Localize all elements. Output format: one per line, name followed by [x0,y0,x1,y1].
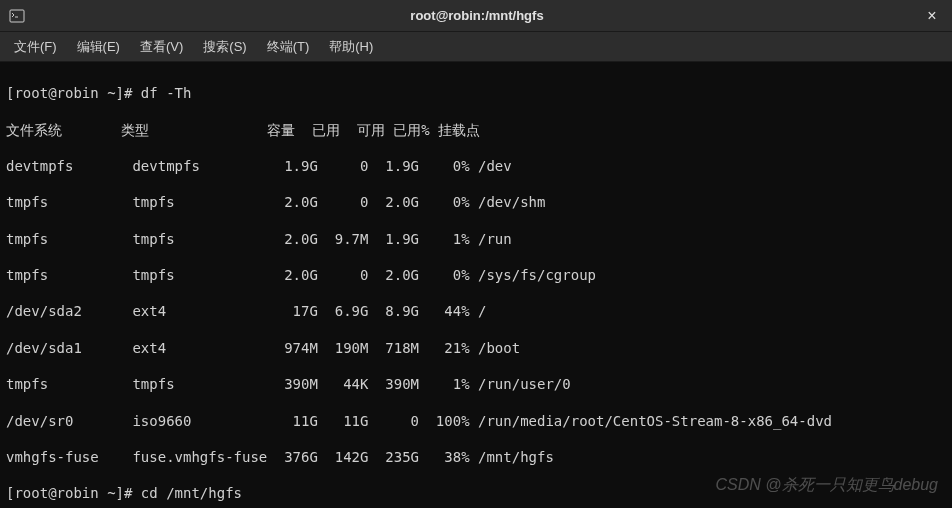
menu-terminal[interactable]: 终端(T) [259,34,318,60]
df-row: /dev/sda2 ext4 17G 6.9G 8.9G 44% / [6,302,946,320]
menu-edit[interactable]: 编辑(E) [69,34,128,60]
menu-bar: 文件(F) 编辑(E) 查看(V) 搜索(S) 终端(T) 帮助(H) [0,32,952,62]
df-row: /dev/sda1 ext4 974M 190M 718M 21% /boot [6,339,946,357]
terminal-area[interactable]: [root@robin ~]# df -Th 文件系统 类型 容量 已用 可用 … [0,62,952,508]
command-text: df -Th [141,85,192,101]
df-row: tmpfs tmpfs 2.0G 9.7M 1.9G 1% /run [6,230,946,248]
window-title: root@robin:/mnt/hgfs [34,8,920,23]
menu-view[interactable]: 查看(V) [132,34,191,60]
df-row: devtmpfs devtmpfs 1.9G 0 1.9G 0% /dev [6,157,946,175]
terminal-icon [8,7,26,25]
menu-search[interactable]: 搜索(S) [195,34,254,60]
window-titlebar: root@robin:/mnt/hgfs × [0,0,952,32]
command-text: cd /mnt/hgfs [141,485,242,501]
prompt: [root@robin ~]# [6,485,141,501]
menu-help[interactable]: 帮助(H) [321,34,381,60]
df-row: tmpfs tmpfs 2.0G 0 2.0G 0% /dev/shm [6,193,946,211]
df-row: /dev/sr0 iso9660 11G 11G 0 100% /run/med… [6,412,946,430]
prompt: [root@robin ~]# [6,85,141,101]
df-row: tmpfs tmpfs 390M 44K 390M 1% /run/user/0 [6,375,946,393]
svg-rect-0 [10,10,24,22]
df-header: 文件系统 类型 容量 已用 可用 已用% 挂载点 [6,121,946,139]
menu-file[interactable]: 文件(F) [6,34,65,60]
df-row: vmhgfs-fuse fuse.vmhgfs-fuse 376G 142G 2… [6,448,946,466]
df-row: tmpfs tmpfs 2.0G 0 2.0G 0% /sys/fs/cgrou… [6,266,946,284]
close-button[interactable]: × [920,4,944,28]
